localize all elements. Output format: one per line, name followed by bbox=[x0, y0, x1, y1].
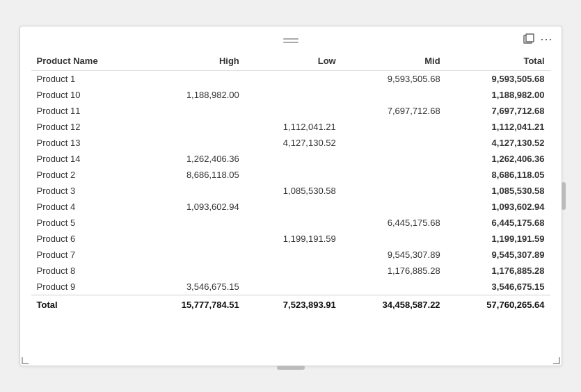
cell-low bbox=[245, 279, 342, 295]
cell-total: 6,445,175.68 bbox=[446, 215, 550, 231]
cell-low bbox=[245, 151, 342, 167]
cell-high bbox=[141, 183, 245, 199]
cell-high bbox=[141, 103, 245, 119]
table-row: Product 56,445,175.686,445,175.68 bbox=[31, 215, 550, 231]
cell-mid: 6,445,175.68 bbox=[342, 215, 446, 231]
cell-high bbox=[141, 231, 245, 247]
cell-total: 1,176,885.28 bbox=[446, 263, 550, 279]
table-body: Product 19,593,505.689,593,505.68Product… bbox=[31, 71, 550, 295]
expand-icon[interactable] bbox=[523, 33, 534, 44]
table-row: Product 61,199,191.591,199,191.59 bbox=[31, 231, 550, 247]
cell-high: 1,093,602.94 bbox=[141, 199, 245, 215]
footer-row: Total 15,777,784.51 7,523,893.91 34,458,… bbox=[31, 295, 550, 315]
table-footer: Total 15,777,784.51 7,523,893.91 34,458,… bbox=[31, 295, 550, 315]
col-header-total: Total bbox=[446, 51, 550, 71]
svg-rect-1 bbox=[526, 34, 534, 42]
resize-corner-br[interactable] bbox=[553, 357, 560, 364]
cell-high bbox=[141, 135, 245, 151]
resize-handle-bottom[interactable] bbox=[277, 366, 305, 370]
table-row: Product 101,188,982.001,188,982.00 bbox=[31, 87, 550, 103]
cell-product: Product 14 bbox=[31, 151, 141, 167]
cell-mid bbox=[342, 87, 446, 103]
cell-high bbox=[141, 119, 245, 135]
cell-mid bbox=[342, 135, 446, 151]
cell-low bbox=[245, 215, 342, 231]
table-row: Product 93,546,675.153,546,675.15 bbox=[31, 279, 550, 295]
cell-total: 4,127,130.52 bbox=[446, 135, 550, 151]
cell-total: 1,085,530.58 bbox=[446, 183, 550, 199]
cell-total: 9,593,505.68 bbox=[446, 71, 550, 88]
resize-handle-right[interactable] bbox=[562, 182, 566, 210]
cell-high: 8,686,118.05 bbox=[141, 167, 245, 183]
cell-mid bbox=[342, 151, 446, 167]
cell-low: 1,199,191.59 bbox=[245, 231, 342, 247]
cell-high bbox=[141, 215, 245, 231]
cell-low bbox=[245, 103, 342, 119]
cell-product: Product 5 bbox=[31, 215, 141, 231]
table-widget: ··· Product Name High Low Mid Total Prod… bbox=[19, 26, 562, 366]
cell-product: Product 7 bbox=[31, 247, 141, 263]
cell-low bbox=[245, 167, 342, 183]
cell-mid bbox=[342, 119, 446, 135]
col-header-high: High bbox=[141, 51, 245, 71]
cell-product: Product 12 bbox=[31, 119, 141, 135]
cell-high bbox=[141, 263, 245, 279]
cell-product: Product 9 bbox=[31, 279, 141, 295]
cell-low bbox=[245, 71, 342, 88]
col-header-low: Low bbox=[245, 51, 342, 71]
cell-high bbox=[141, 247, 245, 263]
cell-mid bbox=[342, 199, 446, 215]
cell-total: 7,697,712.68 bbox=[446, 103, 550, 119]
table-row: Product 117,697,712.687,697,712.68 bbox=[31, 103, 550, 119]
header-icons: ··· bbox=[523, 33, 552, 45]
cell-product: Product 13 bbox=[31, 135, 141, 151]
cell-total: 9,545,307.89 bbox=[446, 247, 550, 263]
cell-total: 1,262,406.36 bbox=[446, 151, 550, 167]
cell-low: 1,112,041.21 bbox=[245, 119, 342, 135]
table-wrapper: Product Name High Low Mid Total Product … bbox=[20, 51, 562, 325]
cell-product: Product 8 bbox=[31, 263, 141, 279]
cell-product: Product 3 bbox=[31, 183, 141, 199]
footer-low: 7,523,893.91 bbox=[245, 295, 342, 315]
footer-high: 15,777,784.51 bbox=[141, 295, 245, 315]
more-options-icon[interactable]: ··· bbox=[540, 33, 552, 45]
table-row: Product 134,127,130.524,127,130.52 bbox=[31, 135, 550, 151]
cell-total: 3,546,675.15 bbox=[446, 279, 550, 295]
footer-mid: 34,458,587.22 bbox=[342, 295, 446, 315]
cell-low: 1,085,530.58 bbox=[245, 183, 342, 199]
cell-low: 4,127,130.52 bbox=[245, 135, 342, 151]
cell-high: 1,262,406.36 bbox=[141, 151, 245, 167]
table-row: Product 41,093,602.941,093,602.94 bbox=[31, 199, 550, 215]
cell-high: 3,546,675.15 bbox=[141, 279, 245, 295]
cell-low bbox=[245, 199, 342, 215]
cell-total: 8,686,118.05 bbox=[446, 167, 550, 183]
footer-total: 57,760,265.64 bbox=[446, 295, 550, 315]
table-row: Product 79,545,307.899,545,307.89 bbox=[31, 247, 550, 263]
cell-total: 1,112,041.21 bbox=[446, 119, 550, 135]
cell-product: Product 6 bbox=[31, 231, 141, 247]
cell-product: Product 1 bbox=[31, 71, 141, 88]
cell-mid: 9,593,505.68 bbox=[342, 71, 446, 88]
cell-mid: 9,545,307.89 bbox=[342, 247, 446, 263]
cell-total: 1,093,602.94 bbox=[446, 199, 550, 215]
drag-handle-icon[interactable] bbox=[283, 38, 299, 43]
col-header-product: Product Name bbox=[31, 51, 141, 71]
cell-mid: 1,176,885.28 bbox=[342, 263, 446, 279]
cell-mid bbox=[342, 279, 446, 295]
widget-header: ··· bbox=[20, 26, 562, 51]
cell-product: Product 2 bbox=[31, 167, 141, 183]
cell-mid: 7,697,712.68 bbox=[342, 103, 446, 119]
table-row: Product 121,112,041.211,112,041.21 bbox=[31, 119, 550, 135]
col-header-mid: Mid bbox=[342, 51, 446, 71]
table-row: Product 81,176,885.281,176,885.28 bbox=[31, 263, 550, 279]
cell-low bbox=[245, 247, 342, 263]
resize-corner-bl[interactable] bbox=[22, 357, 29, 364]
cell-total: 1,199,191.59 bbox=[446, 231, 550, 247]
cell-product: Product 4 bbox=[31, 199, 141, 215]
cell-mid bbox=[342, 231, 446, 247]
cell-product: Product 11 bbox=[31, 103, 141, 119]
table-row: Product 19,593,505.689,593,505.68 bbox=[31, 71, 550, 88]
table-row: Product 141,262,406.361,262,406.36 bbox=[31, 151, 550, 167]
table-header: Product Name High Low Mid Total bbox=[31, 51, 550, 71]
cell-product: Product 10 bbox=[31, 87, 141, 103]
